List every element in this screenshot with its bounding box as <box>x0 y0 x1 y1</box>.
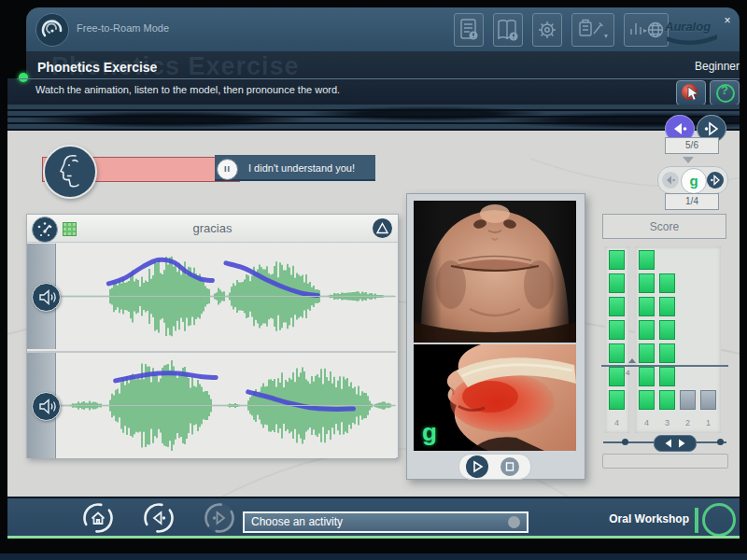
speaker-avatar <box>43 145 97 199</box>
settings-icon[interactable] <box>532 13 562 47</box>
score-block <box>639 250 655 270</box>
score-block <box>680 273 696 293</box>
previous-screen-button[interactable] <box>141 500 176 536</box>
report-icon[interactable] <box>454 13 484 47</box>
score-block <box>680 343 696 363</box>
slider-arrows-icon <box>655 436 696 451</box>
score-column: 4 <box>639 250 655 433</box>
score-block <box>700 320 716 340</box>
waveform-baseline <box>56 405 396 406</box>
face-front-view <box>414 201 576 343</box>
dropdown-handle-icon[interactable] <box>508 516 520 528</box>
feedback-message-bar: I didn't understand you! <box>215 155 375 181</box>
score-column-label: 3 <box>659 418 675 427</box>
score-block <box>700 367 716 386</box>
play-animation-button[interactable] <box>466 455 488 478</box>
delta-icon <box>373 218 392 238</box>
score-block <box>659 250 675 270</box>
play-model-audio-button[interactable] <box>32 283 61 312</box>
previous-phoneme-button[interactable] <box>662 172 679 189</box>
score-block <box>700 390 716 410</box>
page-title: Phonetics Exercise <box>37 60 157 75</box>
help-button[interactable]: ? <box>710 80 740 105</box>
animation-panel: g <box>406 193 585 480</box>
user-waveform-row[interactable] <box>27 351 396 458</box>
target-word: gracias <box>27 221 398 235</box>
score-block <box>639 343 655 363</box>
waveform-baseline <box>56 296 396 297</box>
pronunciation-panel: gracias <box>26 214 399 458</box>
current-phoneme: g <box>681 168 707 194</box>
mode-label: Free-to-Roam Mode <box>77 22 169 34</box>
pause-icon: II <box>224 165 232 174</box>
exercise-counter: 5/6 <box>665 137 719 154</box>
pause-button[interactable]: II <box>217 159 238 180</box>
score-block <box>639 367 655 386</box>
next-phoneme-button[interactable] <box>707 172 724 189</box>
arrow-left-icon <box>154 512 165 524</box>
speaker-icon <box>33 393 60 420</box>
score-block <box>609 320 625 340</box>
instruction-text: Watch the animation, listen to the model… <box>35 84 340 95</box>
brand-logo: Auralog <box>665 20 719 34</box>
score-block <box>609 390 625 410</box>
bottom-navigation-bar: Choose an activity Oral Workshop <box>7 497 740 538</box>
score-slider-track[interactable] <box>602 454 728 469</box>
score-block <box>659 367 675 386</box>
app-logo-icon <box>35 13 69 47</box>
score-threshold-line <box>601 365 728 367</box>
stop-animation-button[interactable] <box>500 457 519 476</box>
face-profile-icon <box>45 147 95 197</box>
pitch-display-toggle[interactable] <box>373 218 392 238</box>
next-screen-button[interactable] <box>202 500 237 536</box>
threshold-marker-icon <box>628 358 636 363</box>
phoneme-selector: g <box>657 166 728 194</box>
score-block <box>609 273 625 293</box>
cursor-icon <box>687 87 700 103</box>
brand-swoosh-icon <box>665 34 721 47</box>
home-button[interactable] <box>80 500 116 536</box>
model-waveform-row[interactable] <box>27 244 396 349</box>
score-block <box>680 320 696 340</box>
score-column: 2 <box>680 250 696 433</box>
play-user-audio-button[interactable] <box>32 392 61 421</box>
score-block <box>609 367 625 386</box>
score-panel: Score 44321 4 <box>598 211 732 470</box>
slider-end-dot <box>622 439 628 445</box>
phoneme-overlay: g <box>422 418 437 447</box>
activity-dropdown[interactable]: Choose an activity <box>243 511 529 533</box>
user-wave-display[interactable] <box>56 353 396 458</box>
score-block <box>639 273 655 293</box>
threshold-label: 4 <box>626 369 629 377</box>
activity-dropdown-label: Choose an activity <box>251 515 343 528</box>
arrow-right-icon <box>707 172 724 189</box>
feedback-message: I didn't understand you! <box>248 162 355 174</box>
play-icon <box>466 455 488 478</box>
exercise-header: Phonetics Exercise Phonetics Exercise Wa… <box>7 51 740 105</box>
score-block <box>680 390 696 410</box>
score-block <box>639 320 655 340</box>
score-block <box>700 273 716 293</box>
score-column-label: 2 <box>680 418 696 427</box>
record-pronounce-button[interactable] <box>676 80 706 105</box>
score-block <box>659 273 675 293</box>
close-icon[interactable]: × <box>721 15 734 28</box>
workshop-button[interactable] <box>702 503 736 537</box>
score-slider-handle[interactable] <box>654 435 697 452</box>
progress-globe-icon[interactable] <box>624 13 669 47</box>
slider-end-dot <box>717 439 724 445</box>
score-block <box>700 250 716 270</box>
dictionary-icon[interactable] <box>493 13 523 47</box>
stop-icon <box>500 457 519 476</box>
model-wave-display[interactable] <box>56 244 396 349</box>
score-block <box>609 250 625 270</box>
score-column-label: 4 <box>609 418 625 427</box>
score-block <box>680 367 696 386</box>
decorative-stripe-band <box>7 105 740 131</box>
score-block <box>700 297 716 316</box>
score-block <box>639 390 655 410</box>
tools-menu-icon[interactable] <box>571 13 614 47</box>
workshop-label: Oral Workshop <box>568 512 689 525</box>
score-column: 1 <box>700 250 716 433</box>
word-header: gracias <box>27 215 398 243</box>
